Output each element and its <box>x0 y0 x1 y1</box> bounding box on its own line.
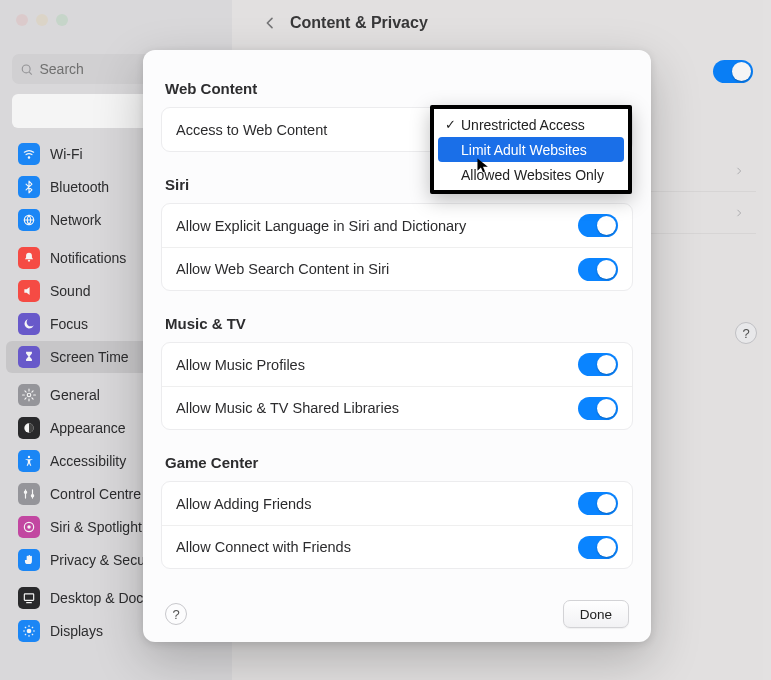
menu-item[interactable]: Allowed Websites Only <box>434 162 628 187</box>
setting-label: Allow Web Search Content in Siri <box>176 261 389 277</box>
web-content-access-menu[interactable]: ✓Unrestricted AccessLimit Adult Websites… <box>430 105 632 194</box>
menu-item[interactable]: Limit Adult Websites <box>438 137 624 162</box>
setting-row: Allow Music Profiles <box>162 343 632 386</box>
section-title: Music & TV <box>161 309 633 342</box>
done-button[interactable]: Done <box>563 600 629 628</box>
toggle[interactable] <box>578 214 618 237</box>
setting-label: Allow Connect with Friends <box>176 539 351 555</box>
setting-label: Access to Web Content <box>176 122 327 138</box>
setting-label: Allow Music & TV Shared Libraries <box>176 400 399 416</box>
menu-item-label: Unrestricted Access <box>461 117 585 133</box>
toggle[interactable] <box>578 353 618 376</box>
toggle[interactable] <box>578 397 618 420</box>
cursor-icon <box>476 157 490 179</box>
setting-row: Allow Web Search Content in Siri <box>162 247 632 290</box>
setting-label: Allow Explicit Language in Siri and Dict… <box>176 218 466 234</box>
setting-label: Allow Music Profiles <box>176 357 305 373</box>
menu-item[interactable]: ✓Unrestricted Access <box>434 112 628 137</box>
toggle[interactable] <box>578 258 618 281</box>
setting-row: Allow Connect with Friends <box>162 525 632 568</box>
help-button[interactable]: ? <box>165 603 187 625</box>
toggle[interactable] <box>578 536 618 559</box>
menu-item-label: Limit Adult Websites <box>461 142 587 158</box>
checkmark-icon: ✓ <box>442 117 458 132</box>
setting-row: Allow Music & TV Shared Libraries <box>162 386 632 429</box>
setting-row: Allow Adding Friends <box>162 482 632 525</box>
section-title: Game Center <box>161 448 633 481</box>
toggle[interactable] <box>578 492 618 515</box>
settings-window: { "header": { "title": "Content & Privac… <box>0 0 771 680</box>
section-title: Web Content <box>161 74 633 107</box>
setting-label: Allow Adding Friends <box>176 496 311 512</box>
setting-row: Allow Explicit Language in Siri and Dict… <box>162 204 632 247</box>
